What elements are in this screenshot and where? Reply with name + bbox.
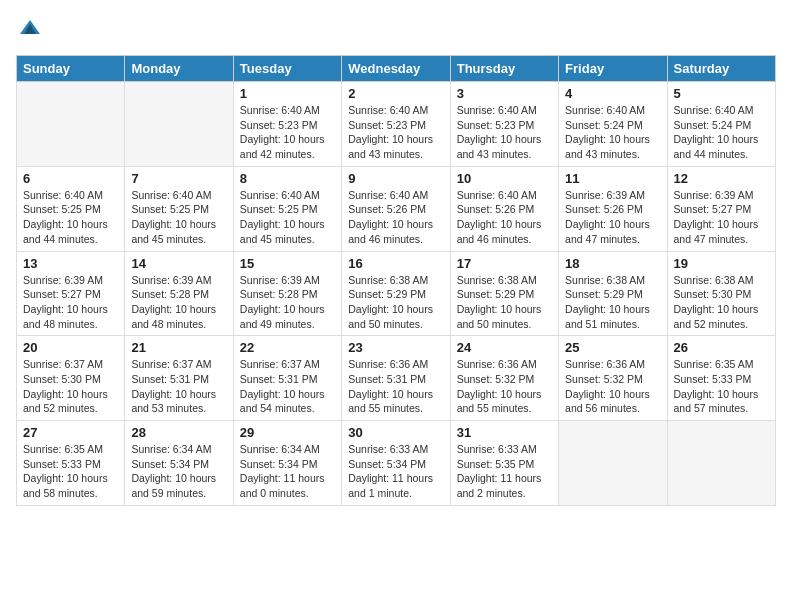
day-of-week-header: Saturday: [667, 56, 775, 82]
calendar-header-row: SundayMondayTuesdayWednesdayThursdayFrid…: [17, 56, 776, 82]
day-of-week-header: Monday: [125, 56, 233, 82]
calendar-cell: 3Sunrise: 6:40 AMSunset: 5:23 PMDaylight…: [450, 82, 558, 167]
calendar-cell: 25Sunrise: 6:36 AMSunset: 5:32 PMDayligh…: [559, 336, 667, 421]
day-detail: Sunrise: 6:35 AMSunset: 5:33 PMDaylight:…: [674, 357, 769, 416]
calendar-cell: 28Sunrise: 6:34 AMSunset: 5:34 PMDayligh…: [125, 421, 233, 506]
logo-icon: [18, 16, 42, 40]
day-detail: Sunrise: 6:38 AMSunset: 5:30 PMDaylight:…: [674, 273, 769, 332]
calendar-cell: 29Sunrise: 6:34 AMSunset: 5:34 PMDayligh…: [233, 421, 341, 506]
calendar-cell: 1Sunrise: 6:40 AMSunset: 5:23 PMDaylight…: [233, 82, 341, 167]
calendar-week-row: 6Sunrise: 6:40 AMSunset: 5:25 PMDaylight…: [17, 166, 776, 251]
day-number: 29: [240, 425, 335, 440]
day-detail: Sunrise: 6:37 AMSunset: 5:31 PMDaylight:…: [131, 357, 226, 416]
day-of-week-header: Thursday: [450, 56, 558, 82]
day-detail: Sunrise: 6:40 AMSunset: 5:23 PMDaylight:…: [457, 103, 552, 162]
day-number: 3: [457, 86, 552, 101]
day-detail: Sunrise: 6:39 AMSunset: 5:28 PMDaylight:…: [131, 273, 226, 332]
calendar-cell: 15Sunrise: 6:39 AMSunset: 5:28 PMDayligh…: [233, 251, 341, 336]
calendar-cell: 13Sunrise: 6:39 AMSunset: 5:27 PMDayligh…: [17, 251, 125, 336]
calendar-cell: 16Sunrise: 6:38 AMSunset: 5:29 PMDayligh…: [342, 251, 450, 336]
calendar-cell: 10Sunrise: 6:40 AMSunset: 5:26 PMDayligh…: [450, 166, 558, 251]
day-of-week-header: Sunday: [17, 56, 125, 82]
day-detail: Sunrise: 6:36 AMSunset: 5:31 PMDaylight:…: [348, 357, 443, 416]
day-number: 21: [131, 340, 226, 355]
day-number: 6: [23, 171, 118, 186]
calendar-cell: 2Sunrise: 6:40 AMSunset: 5:23 PMDaylight…: [342, 82, 450, 167]
day-number: 13: [23, 256, 118, 271]
day-of-week-header: Friday: [559, 56, 667, 82]
day-detail: Sunrise: 6:37 AMSunset: 5:30 PMDaylight:…: [23, 357, 118, 416]
day-detail: Sunrise: 6:33 AMSunset: 5:34 PMDaylight:…: [348, 442, 443, 501]
day-detail: Sunrise: 6:33 AMSunset: 5:35 PMDaylight:…: [457, 442, 552, 501]
day-number: 30: [348, 425, 443, 440]
day-number: 26: [674, 340, 769, 355]
calendar-cell: 18Sunrise: 6:38 AMSunset: 5:29 PMDayligh…: [559, 251, 667, 336]
day-number: 11: [565, 171, 660, 186]
calendar-cell: 21Sunrise: 6:37 AMSunset: 5:31 PMDayligh…: [125, 336, 233, 421]
calendar-cell: 4Sunrise: 6:40 AMSunset: 5:24 PMDaylight…: [559, 82, 667, 167]
calendar-cell: 17Sunrise: 6:38 AMSunset: 5:29 PMDayligh…: [450, 251, 558, 336]
day-detail: Sunrise: 6:34 AMSunset: 5:34 PMDaylight:…: [131, 442, 226, 501]
calendar-cell: [559, 421, 667, 506]
day-of-week-header: Tuesday: [233, 56, 341, 82]
day-detail: Sunrise: 6:39 AMSunset: 5:27 PMDaylight:…: [23, 273, 118, 332]
day-number: 28: [131, 425, 226, 440]
day-number: 4: [565, 86, 660, 101]
logo: [16, 16, 42, 45]
calendar-week-row: 20Sunrise: 6:37 AMSunset: 5:30 PMDayligh…: [17, 336, 776, 421]
day-number: 27: [23, 425, 118, 440]
day-detail: Sunrise: 6:40 AMSunset: 5:23 PMDaylight:…: [240, 103, 335, 162]
day-detail: Sunrise: 6:39 AMSunset: 5:28 PMDaylight:…: [240, 273, 335, 332]
calendar-cell: 12Sunrise: 6:39 AMSunset: 5:27 PMDayligh…: [667, 166, 775, 251]
day-number: 15: [240, 256, 335, 271]
day-number: 5: [674, 86, 769, 101]
day-detail: Sunrise: 6:38 AMSunset: 5:29 PMDaylight:…: [348, 273, 443, 332]
day-detail: Sunrise: 6:38 AMSunset: 5:29 PMDaylight:…: [457, 273, 552, 332]
day-detail: Sunrise: 6:36 AMSunset: 5:32 PMDaylight:…: [565, 357, 660, 416]
calendar-cell: 8Sunrise: 6:40 AMSunset: 5:25 PMDaylight…: [233, 166, 341, 251]
day-number: 16: [348, 256, 443, 271]
calendar-cell: 24Sunrise: 6:36 AMSunset: 5:32 PMDayligh…: [450, 336, 558, 421]
calendar-cell: 11Sunrise: 6:39 AMSunset: 5:26 PMDayligh…: [559, 166, 667, 251]
day-number: 31: [457, 425, 552, 440]
day-number: 10: [457, 171, 552, 186]
day-number: 20: [23, 340, 118, 355]
day-detail: Sunrise: 6:40 AMSunset: 5:26 PMDaylight:…: [457, 188, 552, 247]
day-number: 12: [674, 171, 769, 186]
calendar-cell: 5Sunrise: 6:40 AMSunset: 5:24 PMDaylight…: [667, 82, 775, 167]
day-number: 19: [674, 256, 769, 271]
day-detail: Sunrise: 6:39 AMSunset: 5:27 PMDaylight:…: [674, 188, 769, 247]
calendar-cell: 23Sunrise: 6:36 AMSunset: 5:31 PMDayligh…: [342, 336, 450, 421]
calendar-cell: 30Sunrise: 6:33 AMSunset: 5:34 PMDayligh…: [342, 421, 450, 506]
day-number: 23: [348, 340, 443, 355]
day-number: 17: [457, 256, 552, 271]
day-detail: Sunrise: 6:40 AMSunset: 5:24 PMDaylight:…: [565, 103, 660, 162]
calendar-cell: 26Sunrise: 6:35 AMSunset: 5:33 PMDayligh…: [667, 336, 775, 421]
day-number: 14: [131, 256, 226, 271]
calendar-cell: 14Sunrise: 6:39 AMSunset: 5:28 PMDayligh…: [125, 251, 233, 336]
calendar-cell: [17, 82, 125, 167]
calendar-week-row: 1Sunrise: 6:40 AMSunset: 5:23 PMDaylight…: [17, 82, 776, 167]
day-detail: Sunrise: 6:40 AMSunset: 5:25 PMDaylight:…: [131, 188, 226, 247]
day-number: 8: [240, 171, 335, 186]
calendar-cell: 19Sunrise: 6:38 AMSunset: 5:30 PMDayligh…: [667, 251, 775, 336]
calendar-cell: 27Sunrise: 6:35 AMSunset: 5:33 PMDayligh…: [17, 421, 125, 506]
day-number: 22: [240, 340, 335, 355]
day-detail: Sunrise: 6:40 AMSunset: 5:23 PMDaylight:…: [348, 103, 443, 162]
day-number: 1: [240, 86, 335, 101]
calendar-cell: 22Sunrise: 6:37 AMSunset: 5:31 PMDayligh…: [233, 336, 341, 421]
calendar-cell: 9Sunrise: 6:40 AMSunset: 5:26 PMDaylight…: [342, 166, 450, 251]
calendar-cell: 7Sunrise: 6:40 AMSunset: 5:25 PMDaylight…: [125, 166, 233, 251]
day-detail: Sunrise: 6:39 AMSunset: 5:26 PMDaylight:…: [565, 188, 660, 247]
day-number: 2: [348, 86, 443, 101]
day-detail: Sunrise: 6:40 AMSunset: 5:25 PMDaylight:…: [23, 188, 118, 247]
page-header: [16, 16, 776, 45]
calendar-cell: 20Sunrise: 6:37 AMSunset: 5:30 PMDayligh…: [17, 336, 125, 421]
day-detail: Sunrise: 6:40 AMSunset: 5:25 PMDaylight:…: [240, 188, 335, 247]
day-number: 18: [565, 256, 660, 271]
calendar-cell: [667, 421, 775, 506]
day-detail: Sunrise: 6:37 AMSunset: 5:31 PMDaylight:…: [240, 357, 335, 416]
day-detail: Sunrise: 6:34 AMSunset: 5:34 PMDaylight:…: [240, 442, 335, 501]
day-number: 9: [348, 171, 443, 186]
day-detail: Sunrise: 6:38 AMSunset: 5:29 PMDaylight:…: [565, 273, 660, 332]
